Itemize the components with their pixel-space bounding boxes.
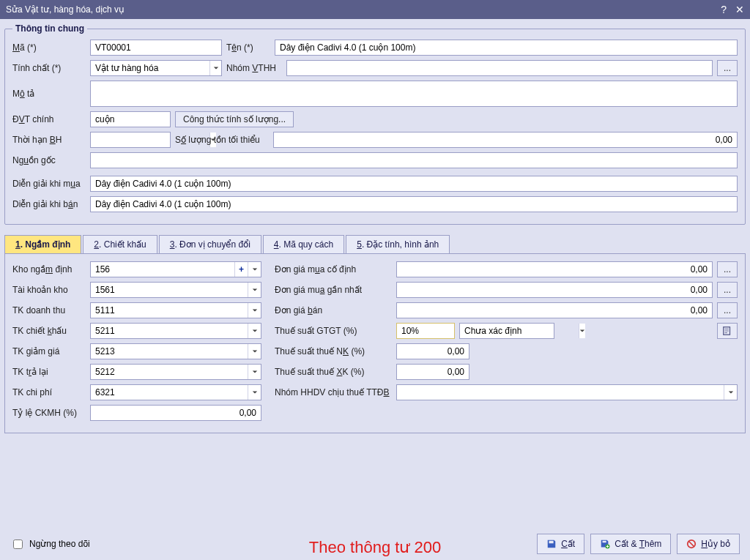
save-plus-icon [600, 539, 610, 549]
save-button[interactable]: Cất [537, 534, 584, 554]
label-tkchiphi: TK chi phí [12, 387, 86, 397]
chevron-down-icon[interactable] [248, 385, 261, 400]
dongia-mua-gn-browse-button[interactable]: ... [717, 282, 738, 298]
label-dongia-mua-cd: Đơn giá mua cố định [275, 264, 392, 275]
chevron-down-icon[interactable] [248, 344, 261, 359]
tkchietkhau-value[interactable] [91, 324, 248, 338]
label-kho: Kho ngầm định [12, 264, 86, 275]
label-diengiai-ban: Diễn giải khi bán [12, 199, 86, 209]
mota-field[interactable] [90, 81, 738, 107]
cancel-button[interactable]: Hủy bỏ [677, 534, 740, 554]
chevron-down-icon[interactable] [248, 262, 261, 277]
dongia-mua-cd-field[interactable] [396, 261, 713, 277]
tab-default[interactable]: 1. Ngầm định [4, 235, 81, 253]
chevron-down-icon[interactable] [248, 365, 261, 379]
tktralai-combo[interactable] [90, 364, 261, 380]
tinhchat-value[interactable] [91, 61, 209, 75]
nhomhhdv-value[interactable] [397, 385, 724, 400]
dongia-mua-cd-browse-button[interactable]: ... [717, 261, 738, 277]
thuesuatnk-field[interactable] [396, 343, 469, 359]
thuesuatxk-field[interactable] [396, 364, 469, 380]
label-diengiai-mua: Diễn giải khi mua [12, 179, 86, 189]
tkkho-value[interactable] [91, 283, 248, 297]
tkchietkhau-combo[interactable] [90, 323, 261, 339]
tktralai-value[interactable] [91, 365, 248, 379]
diengiai-mua-field[interactable] [90, 176, 738, 192]
chevron-down-icon[interactable] [248, 303, 261, 318]
congthuc-button[interactable]: Công thức tính số lượng... [175, 111, 294, 127]
chevron-down-icon[interactable] [248, 283, 261, 297]
tkgiamgia-value[interactable] [91, 344, 248, 359]
label-tyleckmh: Tỷ lệ CKMH (%) [12, 408, 86, 418]
diengiai-ban-field[interactable] [90, 196, 738, 212]
thuesuatgtgt-status-combo[interactable] [459, 323, 554, 339]
tkkho-combo[interactable] [90, 282, 261, 298]
tkdoanhthu-value[interactable] [91, 303, 248, 318]
label-nhomvthh: Nhóm VTHH [226, 63, 282, 73]
label-tkchietkhau: TK chiết khấu [12, 326, 86, 336]
nguongoc-field[interactable] [90, 152, 738, 168]
label-dvtchinh: ĐVT chính [12, 114, 86, 124]
nhomhhdv-combo[interactable] [396, 384, 738, 400]
label-ten: Tên (*) [226, 42, 270, 53]
label-thoihanbh: Thời hạn BH [12, 135, 86, 145]
tab-dvcd[interactable]: 3. Đơn vị chuyển đổi [159, 235, 261, 253]
tkchiphi-value[interactable] [91, 385, 248, 400]
label-tktralai: TK trả lại [12, 367, 86, 377]
tinhchat-combo[interactable] [90, 60, 222, 76]
ma-field[interactable] [90, 40, 222, 56]
dongia-mua-gn-field[interactable] [396, 282, 713, 298]
label-tkdoanhthu: TK doanh thu [12, 305, 86, 316]
label-nhomhhdv: Nhóm HHDV chịu thuế TTĐB [275, 387, 392, 397]
save-icon [546, 539, 557, 549]
soluongton-field[interactable] [273, 132, 738, 148]
tab-maquycach[interactable]: 4. Mã quy cách [263, 235, 344, 253]
chevron-down-icon[interactable] [724, 385, 737, 400]
general-info-legend: Thông tin chung [12, 23, 87, 34]
label-mota: Mô tả [12, 89, 86, 99]
help-icon[interactable]: ? [721, 4, 727, 15]
nhomvthh-browse-button[interactable]: ... [717, 60, 738, 76]
thuesuatgtgt-status-value[interactable] [460, 324, 579, 338]
dongia-ban-field[interactable] [396, 302, 713, 318]
footer: Ngừng theo dõi Cất Cất & Thêm Hủy bỏ [4, 529, 746, 556]
tkgiamgia-combo[interactable] [90, 343, 261, 359]
window-body: Thông tin chung Mã (*) Tên (*) Tính chất… [0, 19, 750, 560]
close-icon[interactable]: ✕ [735, 4, 744, 15]
ten-field[interactable] [275, 40, 738, 56]
label-ma: Mã (*) [12, 42, 86, 53]
kho-combo[interactable]: + [90, 261, 261, 277]
titlebar: Sửa Vật tư, hàng hóa, dịch vụ ? ✕ [0, 0, 750, 19]
tab-chietkhau[interactable]: 2. Chiết khấu [83, 235, 157, 253]
chevron-down-icon[interactable] [579, 324, 585, 338]
chevron-down-icon[interactable] [209, 61, 221, 75]
cancel-icon [686, 539, 697, 549]
dvtchinh-combo[interactable]: + [90, 111, 171, 127]
chevron-down-icon[interactable] [248, 324, 261, 338]
nhomvthh-field[interactable] [286, 60, 713, 76]
label-thuesuatnk: Thuế suất thuế NK (%) [275, 346, 392, 356]
ngungtheodoi-checkbox[interactable]: Ngừng theo dõi [10, 537, 90, 551]
tkchiphi-combo[interactable] [90, 384, 261, 400]
label-dongia-ban: Đơn giá bán [275, 305, 392, 316]
ngungtheodoi-label: Ngừng theo dõi [29, 539, 90, 549]
tab-dactinh[interactable]: 5. Đặc tính, hình ảnh [346, 235, 450, 253]
document-icon [722, 326, 732, 336]
label-thuesuatgtgt: Thuế suất GTGT (%) [275, 326, 392, 336]
tax-settings-button[interactable] [717, 323, 738, 339]
plus-icon[interactable]: + [234, 262, 248, 277]
thoihanbh-combo[interactable] [90, 132, 171, 148]
tabpanel-default: Kho ngầm định + Tài khoản kho TK doanh t… [4, 254, 746, 433]
label-dongia-mua-gn: Đơn giá mua gần nhất [275, 285, 392, 295]
tab-strip: 1. Ngầm định 2. Chiết khấu 3. Đơn vị chu… [4, 235, 746, 254]
tkdoanhthu-combo[interactable] [90, 302, 261, 318]
save-and-new-button[interactable]: Cất & Thêm [590, 534, 671, 554]
label-thuesuatxk: Thuế suất thuế XK (%) [275, 367, 392, 377]
ngungtheodoi-input[interactable] [13, 540, 23, 549]
general-info-group: Thông tin chung Mã (*) Tên (*) Tính chất… [4, 23, 746, 225]
kho-value[interactable] [91, 262, 234, 277]
tyleckmh-field[interactable] [90, 405, 261, 421]
thuesuatgtgt-combo[interactable] [396, 323, 455, 339]
label-tkkho: Tài khoản kho [12, 285, 86, 295]
dongia-ban-browse-button[interactable]: ... [717, 302, 738, 318]
